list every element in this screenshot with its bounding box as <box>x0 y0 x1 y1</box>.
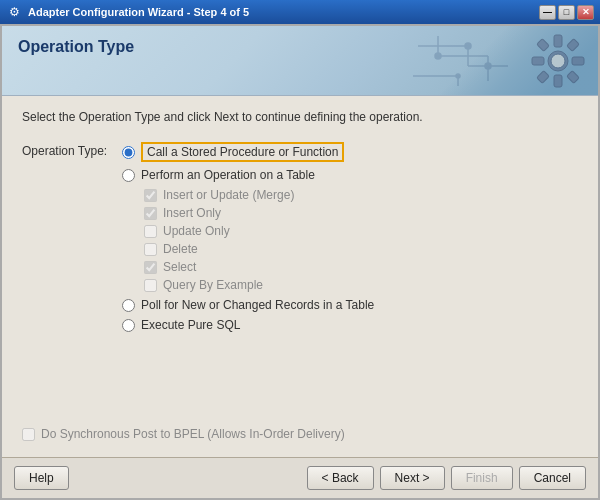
check-insert-only <box>144 207 157 220</box>
help-button[interactable]: Help <box>14 466 69 490</box>
svg-point-9 <box>551 54 565 68</box>
radio-poll-label: Poll for New or Changed Records in a Tab… <box>141 298 374 312</box>
footer-right-buttons: < Back Next > Finish Cancel <box>307 466 586 490</box>
svg-rect-7 <box>537 71 550 84</box>
finish-button[interactable]: Finish <box>451 466 513 490</box>
check-update-only-label: Update Only <box>163 224 230 238</box>
radio-stored-proc-row: Call a Stored Procedure or Function <box>122 142 374 162</box>
svg-rect-6 <box>567 39 580 52</box>
radio-pure-sql-label: Execute Pure SQL <box>141 318 240 332</box>
close-button[interactable]: ✕ <box>577 5 594 20</box>
check-select-label: Select <box>163 260 196 274</box>
header-area: Operation Type <box>2 26 598 96</box>
check-insert-only-label: Insert Only <box>163 206 221 220</box>
check-delete-label: Delete <box>163 242 198 256</box>
cancel-button[interactable]: Cancel <box>519 466 586 490</box>
gear-icon <box>528 31 588 91</box>
svg-point-18 <box>485 63 491 69</box>
check-query-by-example-label: Query By Example <box>163 278 263 292</box>
circuit-decoration <box>408 26 528 91</box>
maximize-button[interactable]: □ <box>558 5 575 20</box>
check-query-by-example-row: Query By Example <box>144 278 374 292</box>
check-delete-row: Delete <box>144 242 374 256</box>
check-insert-only-row: Insert Only <box>144 206 374 220</box>
check-query-by-example <box>144 279 157 292</box>
minimize-button[interactable]: — <box>539 5 556 20</box>
svg-rect-2 <box>554 75 562 87</box>
check-update-only <box>144 225 157 238</box>
svg-rect-1 <box>554 35 562 47</box>
radio-stored-proc[interactable] <box>122 146 135 159</box>
svg-rect-3 <box>532 57 544 65</box>
window-icon: ⚙ <box>6 4 22 20</box>
radio-poll-row: Poll for New or Changed Records in a Tab… <box>122 298 374 312</box>
operation-options: Call a Stored Procedure or Function Perf… <box>122 142 374 332</box>
operation-type-row: Operation Type: Call a Stored Procedure … <box>22 142 578 332</box>
description-text: Select the Operation Type and click Next… <box>22 110 578 124</box>
check-insert-update-row: Insert or Update (Merge) <box>144 188 374 202</box>
bpel-row: Do Synchronous Post to BPEL (Allows In-O… <box>22 427 578 441</box>
footer: Help < Back Next > Finish Cancel <box>2 457 598 498</box>
radio-stored-proc-label: Call a Stored Procedure or Function <box>141 142 344 162</box>
check-insert-update-label: Insert or Update (Merge) <box>163 188 294 202</box>
check-insert-update <box>144 189 157 202</box>
operation-type-label: Operation Type: <box>22 142 112 158</box>
check-update-only-row: Update Only <box>144 224 374 238</box>
svg-rect-8 <box>567 71 580 84</box>
table-sub-options: Insert or Update (Merge) Insert Only Upd… <box>144 188 374 292</box>
svg-point-16 <box>465 43 471 49</box>
radio-table-op[interactable] <box>122 169 135 182</box>
title-bar: ⚙ Adapter Configuration Wizard - Step 4 … <box>0 0 600 24</box>
radio-poll[interactable] <box>122 299 135 312</box>
bpel-label: Do Synchronous Post to BPEL (Allows In-O… <box>41 427 345 441</box>
next-button[interactable]: Next > <box>380 466 445 490</box>
svg-point-21 <box>456 74 460 78</box>
svg-rect-5 <box>537 39 550 52</box>
radio-table-op-label: Perform an Operation on a Table <box>141 168 315 182</box>
radio-pure-sql[interactable] <box>122 319 135 332</box>
back-button[interactable]: < Back <box>307 466 374 490</box>
check-delete <box>144 243 157 256</box>
page-title: Operation Type <box>18 38 134 56</box>
check-select-row: Select <box>144 260 374 274</box>
title-bar-buttons: — □ ✕ <box>539 5 594 20</box>
svg-point-17 <box>435 53 441 59</box>
content-area: Select the Operation Type and click Next… <box>2 96 598 411</box>
main-window: Operation Type <box>0 24 600 500</box>
title-bar-text: Adapter Configuration Wizard - Step 4 of… <box>28 6 533 18</box>
bpel-checkbox <box>22 428 35 441</box>
radio-pure-sql-row: Execute Pure SQL <box>122 318 374 332</box>
check-select <box>144 261 157 274</box>
radio-table-op-row: Perform an Operation on a Table <box>122 168 374 182</box>
svg-rect-4 <box>572 57 584 65</box>
